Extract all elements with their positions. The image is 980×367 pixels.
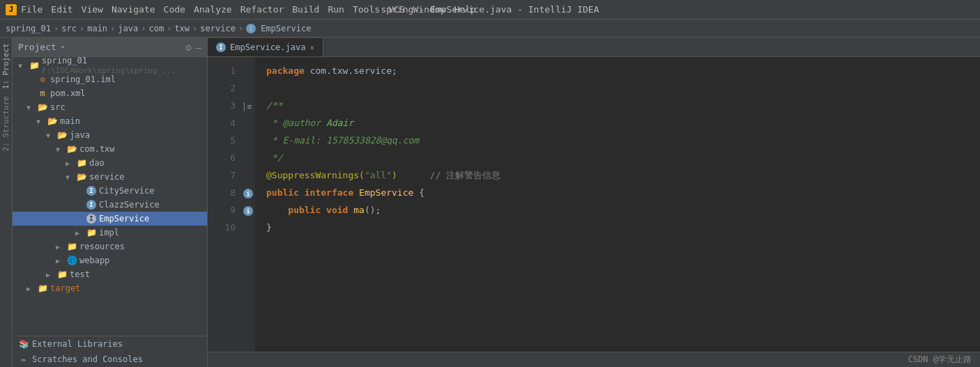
token-comment: // 注解警告信息 [397,169,500,183]
window-title: spring - EmpService.java - IntelliJ IDEA [381,4,599,15]
project-tree: ▼ 📁 spring_01 F:\IDEAWork\spring\spring_… [13,57,207,336]
tree-item-resources[interactable]: ▶ 📁 resources [13,240,207,253]
menu-navigate[interactable]: Navigate [112,4,155,15]
menu-edit[interactable]: Edit [51,4,72,15]
tree-label-spring01: spring_01 F:\IDEAWork\spring\spring_... [42,57,207,75]
token-void: void [326,203,348,218]
target-folder-icon: 📁 [37,283,48,293]
tab-close-button[interactable]: ✕ [309,43,314,52]
token-parens: (); [365,203,381,218]
fold-icon[interactable]: |≡ [242,102,252,111]
line-num-8: 8 [208,185,241,202]
token-brace-close: } [266,221,272,235]
main-layout: 1: Project 2: Structure Project ▾ ⚙ — ▼ … [0,38,980,367]
token-package-kw: package [266,64,305,79]
code-line-4: * @author Adair [266,115,980,132]
tree-item-pom[interactable]: m pom.xml [13,86,207,100]
tree-item-clazzservice[interactable]: I ClazzService [13,198,207,212]
interface-icon: I [86,200,97,210]
tree-item-java[interactable]: ▼ 📂 java [13,128,207,142]
token-annotation: @SuppressWarnings( [266,169,365,183]
menu-run[interactable]: Run [328,4,344,15]
breadcrumb-sep: › [54,24,59,33]
tree-label-impl: impl [99,228,119,237]
tree-label-dao: dao [89,158,105,168]
code-line-7: @SuppressWarnings("all") // 注解警告信息 [266,167,980,185]
tree-label-resources: resources [79,242,125,251]
gutter-info-9[interactable]: i [243,206,253,216]
token-indent [266,203,288,218]
line-numbers: 1 2 3 4 5 6 7 8 9 10 [208,57,241,352]
line-num-3: 3 [208,97,241,115]
menu-refactor[interactable]: Refactor [240,4,284,15]
side-tab-structure[interactable]: 2: Structure [0,93,12,154]
token-author-tag: @author [282,116,321,131]
token-string: "all" [365,169,392,183]
tree-item-cityservice[interactable]: I CityService [13,184,207,198]
tree-arrow: ▼ [36,118,45,125]
tree-item-service[interactable]: ▼ 📂 service [13,170,207,184]
tree-arrow: ▼ [56,146,64,153]
tree-item-src[interactable]: ▼ 📂 src [13,100,207,114]
tree-label-src: src [50,102,66,112]
breadcrumb: spring_01 › src › main › java › com › tx… [0,19,980,38]
tree-item-target[interactable]: ▶ 📁 target [13,281,207,295]
scratches-icon: ✏️ [18,354,29,365]
tree-item-main[interactable]: ▼ 📂 main [13,114,207,128]
code-content[interactable]: package com.txw.service; /** * @author A… [255,57,980,352]
folder-icon: 📁 [56,270,68,279]
project-collapse-icon[interactable]: — [196,42,201,53]
tree-item-dao[interactable]: ▶ 📁 dao [13,156,207,170]
line-num-7: 7 [208,167,241,185]
tree-label-cityservice: CityService [99,186,154,196]
gutter-9: i [241,202,255,219]
menu-code[interactable]: Code [164,4,185,15]
breadcrumb-project[interactable]: spring_01 [6,24,51,33]
breadcrumb-service[interactable]: service [200,24,236,33]
breadcrumb-main[interactable]: main [87,24,107,33]
iml-icon: ⚙ [37,75,48,84]
token-space4 [348,203,353,218]
project-settings-icon[interactable]: ⚙ [185,42,191,53]
menu-analyze[interactable]: Analyze [194,4,232,15]
project-dropdown-icon[interactable]: ▾ [61,42,66,52]
breadcrumb-src[interactable]: src [61,24,77,33]
tab-bar: I EmpService.java ✕ [208,38,980,57]
tree-item-empservice[interactable]: I EmpService [13,212,207,226]
menu-build[interactable]: Build [292,4,319,15]
menu-file[interactable]: File [21,4,43,15]
breadcrumb-com[interactable]: com [148,24,164,33]
code-line-8: public interface EmpService { [266,185,980,202]
tree-item-comtxw[interactable]: ▼ 📂 com.txw [13,142,207,156]
footer-external-libs[interactable]: 📚 External Libraries [13,336,207,352]
token-javadoc-open: /** [266,99,282,114]
interface-icon-selected: I [86,214,97,224]
tree-item-test[interactable]: ▶ 📁 test [13,267,207,281]
menu-view[interactable]: View [82,4,103,15]
project-toolbar-title: Project ▾ [18,42,65,52]
gutter-area: |≡ i i [241,57,255,352]
project-label: Project [18,42,56,52]
breadcrumb-empservice[interactable]: EmpService [261,24,311,33]
webapp-icon: 🌐 [66,256,77,265]
breadcrumb-java[interactable]: java [118,24,138,33]
footer-scratches[interactable]: ✏️ Scratches and Consoles [13,352,207,367]
gutter-info-8[interactable]: i [243,189,253,198]
token-javadoc-close: */ [266,151,282,166]
line-num-9: 9 [208,202,241,219]
token-space3 [321,203,326,218]
tab-empservice[interactable]: I EmpService.java ✕ [208,38,323,56]
side-tab-project[interactable]: 1: Project [0,40,12,92]
line-num-6: 6 [208,150,241,167]
tree-item-webapp[interactable]: ▶ 🌐 webapp [13,253,207,267]
tree-arrow: ▶ [46,271,54,279]
tree-arrow: ▶ [75,229,84,237]
tree-item-impl[interactable]: ▶ 📁 impl [13,226,207,240]
token-brace-open: { [413,186,424,201]
tree-arrow: ▼ [26,104,35,111]
menu-tools[interactable]: Tools [353,4,380,15]
editor-area: I EmpService.java ✕ 1 2 3 4 5 6 7 8 9 10 [208,38,980,367]
tree-item-spring01[interactable]: ▼ 📁 spring_01 F:\IDEAWork\spring\spring_… [13,58,207,72]
code-editor[interactable]: 1 2 3 4 5 6 7 8 9 10 |≡ [208,57,980,352]
breadcrumb-txw[interactable]: txw [174,24,190,33]
